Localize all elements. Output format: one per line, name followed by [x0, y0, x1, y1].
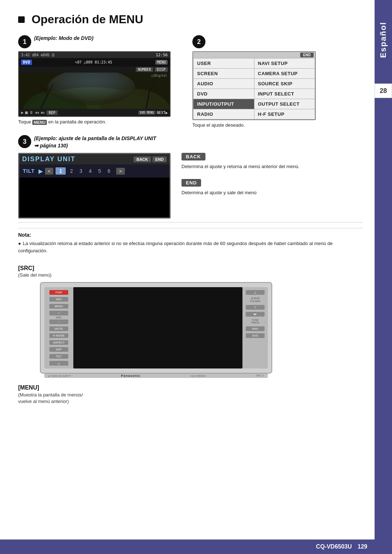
navi-button[interactable]: NAVI — [246, 326, 265, 331]
dvd-top-left: 3:42 dB4 ⊕DVD ☰ — [21, 53, 55, 57]
menu-item-source-skip[interactable]: SOURCE SKIP — [254, 79, 315, 89]
back-note: BACK Determina el ajuste y retorna al me… — [181, 153, 363, 170]
arrow-icon: ▶ — [236, 102, 239, 106]
aspect-button[interactable]: ASPECT — [49, 340, 68, 345]
tilt-value-4[interactable]: 4 — [87, 167, 94, 175]
tilt-value-2[interactable]: 2 — [68, 167, 75, 175]
tilt-more-button[interactable]: > — [116, 168, 125, 175]
back-note-text: Determina el ajuste y retorna al menú an… — [181, 163, 363, 170]
menu-label: [MENU] — [18, 384, 363, 391]
dvd-image-area: □□Digital — [19, 73, 170, 109]
footer: CQ-VD6503U 129 — [0, 539, 375, 554]
next-button[interactable]: NEXT▶ — [157, 111, 168, 115]
src-subtitle: (Sale del menú) — [18, 272, 363, 278]
display-unit-screen: DISPLAY UNIT BACK END TILT ▶ < 1 2 3 4 5… — [18, 153, 171, 219]
nota-text: La visualización retorna al estado anter… — [18, 240, 363, 254]
footer-model: CQ-VD6503U — [316, 543, 352, 550]
panasonic-logo: Panasonic — [121, 374, 140, 378]
tilt-value-5[interactable]: 5 — [96, 167, 103, 175]
album-up-button[interactable]: △ — [246, 290, 265, 295]
vol-block: + VOL − — [49, 311, 68, 324]
menu-subtitle-2: vuelve al menú anterior) — [18, 398, 363, 405]
digital-label: □□Digital — [151, 74, 167, 77]
tilt-less-button[interactable]: < — [45, 168, 54, 175]
vol-label: VOL — [56, 316, 62, 319]
src-button[interactable]: SRC — [49, 297, 68, 302]
menu-inline-label: MENU — [32, 120, 47, 125]
nota-title: Nota: — [18, 232, 363, 238]
pause-icon[interactable]: ⏸ — [29, 110, 33, 115]
step-1-caption: Toque MENU en la pantalla de operación. — [18, 119, 181, 125]
footer-page: 129 — [358, 543, 367, 550]
mute-button[interactable]: MUTE — [49, 326, 68, 331]
step-2-section: 2 END USER NAVI SETUP SCREEN CAMERA SETU… — [192, 35, 323, 128]
menu-item-camera-setup[interactable]: CAMERA SETUP — [254, 69, 315, 78]
rep-button[interactable]: REP — [46, 110, 57, 115]
menu-button-device[interactable]: MENU — [49, 304, 68, 309]
menu-item-hf-setup[interactable]: H-F SETUP — [254, 109, 315, 119]
tilt-value-3[interactable]: 3 — [77, 167, 85, 175]
number-button[interactable]: NUMBER — [136, 67, 153, 72]
album-down-button[interactable]: ▽ — [246, 305, 265, 310]
step-2-circle: 2 — [192, 35, 205, 48]
dvd-badge: DVD — [21, 60, 32, 65]
stop-icon[interactable]: ■ — [25, 110, 28, 115]
dvd-button-device[interactable]: DVD — [246, 333, 265, 338]
album-folder-label: ALBUMFOLDER — [250, 297, 260, 302]
menu-item-input-output[interactable]: INPUT/OUTPUT ▶ — [193, 99, 254, 109]
end-note: END Determina el ajuste y sale del menú — [181, 179, 363, 196]
step-3-notes: BACK Determina el ajuste y retorna al me… — [181, 153, 363, 219]
tune-track-label: TUNETRACK — [251, 319, 260, 324]
src-indicator: SRC ① — [256, 374, 264, 377]
end-button-top[interactable]: END — [300, 53, 314, 57]
menu-item-output-select[interactable]: OUTPUT SELECT — [254, 99, 315, 109]
dvd-menu-button[interactable]: MENU — [155, 60, 168, 65]
prev-icon[interactable]: ⏮ — [35, 110, 39, 115]
menu-item-screen[interactable]: SCREEN — [193, 69, 254, 78]
step-2-caption: Toque el ajuste deseado. — [192, 122, 323, 128]
menu-item-dvd[interactable]: DVD — [193, 89, 254, 99]
menu-section: [MENU] (Muestra la pantalla de menús/ vu… — [18, 384, 363, 405]
tilt-button[interactable]: TILT — [49, 354, 68, 359]
step-1-circle: 1 — [18, 35, 31, 48]
display-unit-title: DISPLAY UNIT — [22, 155, 75, 163]
tilt-value-6[interactable]: 6 — [105, 167, 113, 175]
dvd-screen: 3:42 dB4 ⊕DVD ☰ 12:56 DVD ✎07 △009 01:23… — [18, 51, 171, 117]
menu-item-user[interactable]: USER — [193, 58, 254, 68]
asp-button[interactable]: ASP — [49, 347, 68, 352]
menu-top-bar: END — [193, 52, 315, 58]
end-button-label: END — [181, 179, 201, 187]
device-left-panel: PWR SRC MENU + VOL − MUTE P-MODE ASPECT … — [44, 287, 73, 368]
dvd-top-bar: 3:42 dB4 ⊕DVD ☰ 12:56 — [19, 52, 170, 58]
tilt-selected-value: 1 — [56, 167, 66, 175]
dvd-track-info: ✎07 △009 01:23:45 — [34, 60, 153, 64]
disp-button[interactable]: DISP — [155, 67, 168, 72]
step-1-header: 1 (Ejemplo: Modo de DVD) — [18, 35, 181, 48]
menu-item-audio[interactable]: AUDIO — [193, 79, 254, 89]
nota-section: Nota: La visualización retorna al estado… — [18, 228, 363, 254]
dvd-playback-bar: ▶ ■ ⏸ ⏮ ⏭ REP DVD MENU NEXT▶ — [19, 109, 170, 116]
step-3-label-line1: (Ejemplo: ajuste de la pantalla de la DI… — [34, 135, 156, 142]
play-icon[interactable]: ▶ — [21, 110, 24, 115]
dvd-clock: 12:56 — [156, 53, 168, 57]
device-container: PWR SRC MENU + VOL − MUTE P-MODE ASPECT … — [40, 282, 272, 374]
back-button[interactable]: BACK — [134, 156, 151, 162]
pwr-button[interactable]: PWR — [49, 290, 68, 295]
src-section: [SRC] (Sale del menú) PWR SRC MENU + VOL… — [18, 265, 363, 374]
ff-button[interactable]: ⏭ — [246, 312, 265, 317]
step-3-circle: 3 — [18, 135, 31, 148]
vol-down-button[interactable]: − — [49, 319, 68, 324]
eject-button[interactable]: △ — [49, 361, 68, 366]
dvd-menu-playback[interactable]: DVD MENU — [138, 111, 155, 115]
menu-item-input-select[interactable]: INPUT SELECT — [254, 89, 315, 99]
next-icon[interactable]: ⏭ — [41, 110, 45, 115]
end-button-display[interactable]: END — [152, 156, 167, 162]
menu-item-radio[interactable]: RADIO — [193, 109, 254, 119]
back-button-label: BACK — [181, 153, 205, 160]
menu-item-navi-setup[interactable]: NAVI SETUP — [254, 58, 315, 68]
pmode-button[interactable]: P-MODE — [49, 333, 68, 338]
vol-up-button[interactable]: + — [49, 311, 68, 315]
step-1-section: 1 (Ejemplo: Modo de DVD) 3:42 dB4 ⊕DVD ☰… — [18, 35, 181, 128]
step-3-section: 3 (Ejemplo: ajuste de la pantalla de la … — [18, 135, 363, 219]
code-security-label: ● CODE SECURITY — [48, 375, 71, 377]
